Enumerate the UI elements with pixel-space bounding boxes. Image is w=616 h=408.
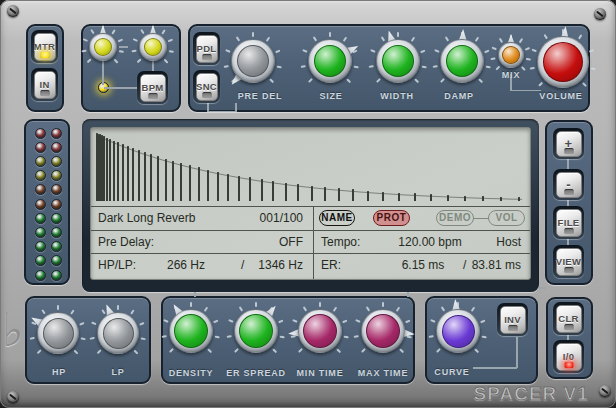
connector-line: [539, 287, 546, 289]
invert-led: [508, 325, 517, 331]
impulse-bar: [172, 161, 174, 201]
impulse-bar: [132, 148, 134, 201]
meter-led: [51, 170, 62, 181]
bpm-led: [148, 93, 157, 99]
impulse-bar: [272, 181, 274, 201]
connector-line: [407, 292, 409, 297]
meter-led: [35, 184, 46, 195]
hp-frequency-value: 266 Hz: [151, 258, 221, 272]
lcd-grid-line: [91, 206, 531, 207]
pedal-button[interactable]: PDL: [193, 32, 220, 65]
knob-label-mix: MIX: [502, 70, 520, 80]
view-button-label: VIEW: [556, 256, 581, 267]
impulse-bar: [180, 163, 182, 201]
meter-led: [35, 270, 46, 281]
invert-button[interactable]: INV: [497, 303, 528, 336]
knob-cap: [303, 314, 337, 348]
impulse-bar: [207, 170, 209, 202]
bpm-button[interactable]: BPM: [137, 71, 168, 104]
knob-label-width: WIDTH: [380, 91, 414, 101]
tempo-source: Host: [496, 235, 521, 249]
meter-led: [35, 227, 46, 238]
preset-up-button[interactable]: +: [553, 128, 584, 159]
file-button[interactable]: FILE: [553, 206, 584, 239]
lcd-display: Dark Long Reverb 001/100 Pre Delay: OFF …: [82, 119, 539, 292]
meter-led: [35, 170, 46, 181]
meter-led: [35, 128, 46, 139]
plugin-window: MTR IN BPM PDL SNC + - FILE VIEW INV CLR…: [0, 0, 616, 408]
knob-cap: [144, 38, 162, 56]
connector-line: [104, 87, 138, 89]
impulse-bar: [117, 142, 119, 201]
er-min-value: 6.15 ms: [388, 258, 458, 272]
impulse-bar: [189, 165, 191, 201]
view-button[interactable]: VIEW: [553, 245, 584, 278]
connector-line: [102, 58, 104, 85]
mtr-button[interactable]: MTR: [31, 30, 58, 63]
clear-button-label: CLR: [558, 313, 578, 324]
impulse-bar: [500, 197, 502, 201]
er-max-value: 83.81 ms: [472, 258, 521, 272]
impulse-bar: [447, 195, 449, 201]
meter-led: [35, 142, 46, 153]
impulse-bar: [198, 167, 200, 201]
knob-label-damp: DAMP: [444, 91, 474, 101]
meter-led: [35, 241, 46, 252]
sync-button-label: SNC: [196, 81, 217, 92]
impulse-bar: [157, 156, 159, 201]
impulse-bar: [217, 172, 219, 202]
impulse-bar: [113, 141, 115, 202]
impulse-bar: [138, 150, 140, 201]
clear-button[interactable]: CLR: [553, 302, 584, 335]
impulse-bar: [518, 197, 520, 201]
lcd-button-name[interactable]: NAME: [319, 210, 355, 226]
connector-line: [516, 337, 518, 368]
clear-led: [564, 324, 573, 330]
hplp-label: HP/LP:: [98, 258, 136, 272]
mtr-led: [40, 52, 49, 58]
impulse-bar: [122, 144, 124, 201]
pedal-led: [202, 54, 211, 60]
input-button-label: IN: [39, 79, 49, 90]
connector-line: [235, 103, 237, 112]
knob-cap: [543, 42, 583, 82]
meter-led: [51, 241, 62, 252]
knob-cap: [103, 318, 134, 349]
screw-top-left: [7, 5, 19, 17]
tempo-value: 120.00 bpm: [388, 235, 472, 249]
lcd-grid-line: [313, 206, 314, 280]
knob-cap: [94, 38, 112, 56]
power-io-label: I/0: [563, 351, 574, 362]
pedal-button-label: PDL: [197, 43, 217, 54]
connector-line: [194, 292, 196, 297]
knob-label-er-spread: ER SPREAD: [226, 368, 286, 378]
predelay-label: Pre Delay:: [98, 235, 154, 249]
impulse-bar: [398, 193, 400, 202]
input-button[interactable]: IN: [31, 68, 58, 101]
impulse-bar: [311, 186, 313, 202]
meter-led: [51, 270, 62, 281]
product-logo: SPACER V1: [474, 384, 589, 405]
sync-button[interactable]: SNC: [193, 70, 220, 103]
knob-cap: [382, 45, 414, 77]
knob-cap: [174, 314, 208, 348]
lcd-button-vol[interactable]: VOL: [488, 210, 525, 226]
impulse-bar: [227, 174, 229, 202]
knob-cap: [43, 318, 74, 349]
meter-led: [51, 227, 62, 238]
impulse-response-graph: [91, 128, 530, 279]
lcd-button-demo[interactable]: DEMO: [436, 210, 474, 226]
tempo-label: Tempo:: [321, 235, 360, 249]
connector-line: [473, 367, 517, 369]
power-io-led: [564, 362, 573, 368]
impulse-bar: [109, 139, 111, 201]
impulse-bar: [249, 177, 251, 201]
meter-led: [51, 199, 62, 210]
file-led: [564, 228, 573, 234]
lcd-button-prot[interactable]: PROT: [373, 210, 410, 226]
impulse-bar: [150, 154, 152, 201]
preset-down-button[interactable]: -: [553, 169, 584, 200]
predelay-value: OFF: [279, 235, 303, 249]
power-io-button[interactable]: I/0: [553, 340, 584, 373]
screw-bottom-right: [599, 385, 611, 397]
